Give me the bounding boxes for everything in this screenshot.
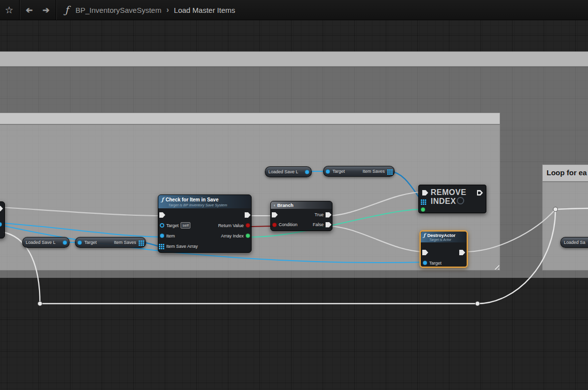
- reroute-node[interactable]: [476, 302, 480, 306]
- target-label: Target: [84, 240, 97, 245]
- member-get-item-saves-bottom[interactable]: Target Item Saves: [75, 237, 146, 248]
- array-out-pin[interactable]: [387, 169, 393, 174]
- reroute-node[interactable]: [553, 207, 558, 212]
- wire-loop-right[interactable]: [478, 209, 555, 304]
- exec-out-pin[interactable]: [0, 206, 3, 211]
- true-exec-out-pin[interactable]: [326, 212, 331, 218]
- node-branch[interactable]: ‹ Branch True Condition False: [270, 201, 332, 231]
- forward-button[interactable]: ➔: [37, 0, 54, 20]
- toolbar: ☆ ➔ ➔ ƒ BP_InventorySaveSystem › Load Ma…: [0, 0, 588, 20]
- wire-exec-true-to-remove[interactable]: [328, 192, 423, 216]
- toolbar-divider: [19, 0, 20, 20]
- function-icon: ƒ: [57, 4, 73, 16]
- exec-out-pin[interactable]: [477, 190, 483, 195]
- offscreen-node-edge[interactable]: [0, 201, 5, 238]
- variable-label: Loaded Sa: [564, 240, 586, 245]
- toolbar-divider: [56, 0, 56, 20]
- target-in-pin[interactable]: [160, 223, 164, 228]
- target-label: Target: [332, 169, 345, 174]
- variable-label: Loaded Save L: [268, 169, 298, 174]
- breadcrumb-root[interactable]: BP_InventorySaveSystem: [73, 6, 164, 14]
- exec-in-pin[interactable]: [159, 212, 165, 218]
- remove-index-watermark: REMOVE INDEX: [431, 188, 466, 206]
- variable-get-loaded-save-right[interactable]: Loaded Sa: [560, 237, 588, 248]
- exec-in-pin[interactable]: [272, 212, 278, 218]
- pin-label-item-save-array: Item Save Array: [166, 244, 198, 249]
- node-title: DestroyActor: [427, 233, 455, 238]
- output-label: Item Saves: [114, 240, 136, 245]
- condition-in-pin[interactable]: [272, 223, 277, 227]
- self-default-value[interactable]: self: [181, 222, 190, 229]
- item-save-array-in-pin[interactable]: [159, 243, 164, 249]
- branch-icon: ‹: [274, 203, 275, 208]
- false-exec-out-pin[interactable]: [326, 222, 331, 228]
- node-header[interactable]: ƒ DestroyActor Target is Actor: [421, 232, 467, 242]
- node-subtitle: Target is BP Inventory Save System: [168, 203, 248, 207]
- object-out-pin[interactable]: [305, 170, 309, 174]
- reroute-node[interactable]: [38, 302, 42, 306]
- array-op-icon: [457, 197, 464, 204]
- back-button[interactable]: ➔: [21, 0, 37, 20]
- object-out-pin[interactable]: [63, 240, 67, 245]
- wire-exec-destroy-to-reroute[interactable]: [463, 209, 555, 252]
- wire-exec-in-to-check[interactable]: [3, 207, 164, 216]
- breadcrumb-current[interactable]: Load Master Items: [171, 6, 238, 14]
- wire-object-to-item[interactable]: [3, 223, 164, 237]
- node-remove-index[interactable]: REMOVE INDEX: [418, 185, 486, 213]
- wire-loop-exit[interactable]: [555, 208, 588, 209]
- node-title: Check for Item in Save: [166, 197, 219, 202]
- forward-arrow-icon: ➔: [42, 5, 49, 15]
- node-header[interactable]: ‹ Branch: [271, 201, 332, 209]
- target-in-pin[interactable]: [326, 169, 330, 174]
- pin-label-true: True: [315, 212, 324, 217]
- node-subtitle: Target is Actor: [429, 238, 464, 241]
- wire-layer: [0, 0, 588, 390]
- target-array-in-pin[interactable]: [421, 199, 426, 204]
- item-in-pin[interactable]: [160, 234, 164, 238]
- pin-label-item: Item: [166, 234, 175, 238]
- blueprint-editor: Loop for ea Loaded Save L: [0, 0, 588, 390]
- index-in-pin[interactable]: [421, 207, 425, 212]
- exec-out-pin[interactable]: [459, 250, 465, 255]
- pin-label-target: Target: [429, 261, 441, 266]
- target-in-pin[interactable]: [423, 261, 427, 265]
- array-out-pin[interactable]: [139, 240, 144, 245]
- object-out-pin[interactable]: [0, 222, 2, 227]
- pin-label-target: Target: [166, 223, 179, 228]
- variable-label: Loaded Save L: [26, 240, 56, 245]
- exec-in-pin[interactable]: [422, 190, 428, 195]
- back-arrow-icon: ➔: [26, 5, 33, 15]
- array-index-out-pin[interactable]: [246, 234, 250, 238]
- star-icon: ☆: [5, 4, 13, 16]
- exec-in-pin[interactable]: [422, 250, 428, 255]
- function-icon: ƒ: [161, 196, 164, 203]
- return-value-out-pin[interactable]: [246, 223, 250, 228]
- breadcrumb-chevron-icon: ›: [164, 5, 171, 14]
- wire-exec-false-to-destroy[interactable]: [328, 226, 425, 252]
- variable-get-loaded-save-bottom[interactable]: Loaded Save L: [22, 237, 70, 248]
- node-check-for-item-in-save[interactable]: ƒ Check for Item in Save Target is BP In…: [158, 195, 252, 253]
- node-header[interactable]: ƒ Check for Item in Save Target is BP In…: [158, 195, 251, 208]
- favorite-button[interactable]: ☆: [0, 0, 18, 20]
- variable-get-loaded-save-top[interactable]: Loaded Save L: [265, 166, 312, 177]
- output-label: Item Saves: [363, 169, 385, 174]
- target-in-pin[interactable]: [77, 240, 82, 245]
- pin-label-array-index: Array Index: [221, 234, 244, 238]
- exec-out-pin[interactable]: [245, 212, 251, 218]
- member-get-item-saves-top[interactable]: Target Item Saves: [323, 166, 395, 177]
- pin-label-return-value: Return Value: [218, 223, 244, 228]
- node-title: Branch: [277, 202, 294, 208]
- pin-label-false: False: [313, 222, 324, 227]
- node-destroy-actor[interactable]: ƒ DestroyActor Target is Actor Target: [420, 231, 468, 268]
- function-icon: ƒ: [423, 233, 425, 238]
- pin-label-condition: Condition: [279, 222, 297, 227]
